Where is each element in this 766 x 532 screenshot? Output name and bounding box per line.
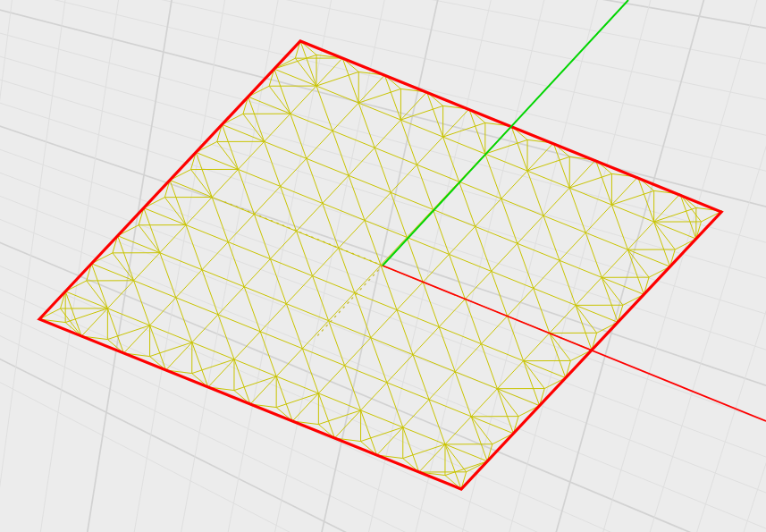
viewport-3d[interactable] [0,0,766,532]
scene-svg [0,0,766,532]
